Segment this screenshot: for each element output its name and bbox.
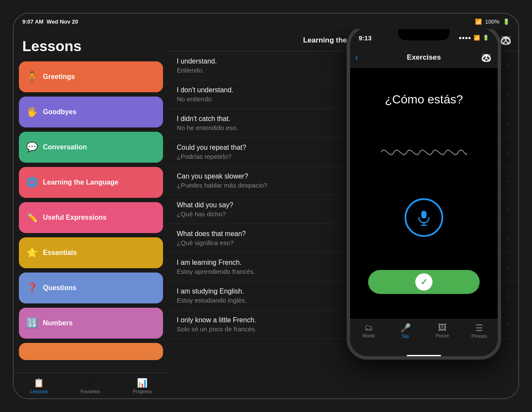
progress-tab-label: Progress	[133, 389, 152, 394]
lesson-card-more[interactable]	[19, 343, 163, 360]
lesson-card-essentials[interactable]: ⭐ Essentials	[19, 237, 163, 268]
chevron-icon-1: ›	[508, 91, 510, 98]
chevron-icon-2: ›	[508, 120, 510, 127]
iphone-tab-words[interactable]: 🗂 Words	[350, 323, 387, 338]
lesson-card-greetings[interactable]: 🧍 Greetings	[19, 61, 163, 92]
check-button[interactable]: ✓	[368, 270, 480, 294]
essentials-icon: ⭐	[26, 247, 38, 258]
battery-icon: 🔋	[503, 18, 510, 25]
iphone-overlay: 9:13 ●●●● 📶 🔋 ‹ Exercises 🐼	[347, 29, 501, 360]
conversation-label: Conversation	[43, 143, 87, 151]
lesson-card-questions[interactable]: ❓ Questions	[19, 273, 163, 303]
tab-progress[interactable]: 📊 Progress	[133, 378, 152, 394]
learning-icon: 🌐	[26, 177, 38, 188]
signal-icon: ●●●●	[459, 35, 471, 41]
iphone-main: ¿Cómo estás?	[350, 68, 498, 319]
lesson-card-conversation[interactable]: 💬 Conversation	[19, 132, 163, 163]
chevron-icon-5: ›	[508, 206, 510, 213]
picture-tab-label: Picture	[435, 333, 449, 338]
iphone-tab-say[interactable]: 🎤 Say	[387, 323, 424, 339]
phrases-tab-label: Phrases	[472, 334, 487, 339]
greetings-icon: 🧍	[26, 71, 38, 82]
lessons-tab-label: Lessons	[30, 389, 48, 394]
progress-tab-icon: 📊	[137, 378, 148, 388]
microphone-icon	[415, 209, 432, 226]
ipad-status-right: 📶 100% 🔋	[475, 18, 510, 25]
iphone-tab-bar: 🗂 Words 🎤 Say 🖼 Picture ☰	[350, 319, 498, 353]
favorites-tab-label: Favorites	[81, 389, 100, 394]
numbers-label: Numbers	[43, 319, 73, 327]
iphone-status-icons: ●●●● 📶 🔋	[459, 35, 489, 41]
ipad-status-bar: 9:07 AM Wed Nov 20 📶 100% 🔋	[14, 14, 518, 29]
lesson-card-useful[interactable]: ✏️ Useful Expressions	[19, 202, 163, 233]
goodbyes-icon: 🖐	[26, 106, 38, 118]
goodbyes-label: Goodbyes	[43, 108, 76, 116]
phrases-tab-icon: ☰	[475, 323, 483, 333]
chevron-icon-7: ›	[508, 264, 510, 270]
lesson-card-numbers[interactable]: 🔢 Numbers	[19, 308, 163, 339]
iphone-header-title: Exercises	[407, 53, 441, 62]
numbers-icon: 🔢	[26, 318, 38, 329]
useful-label: Useful Expressions	[43, 214, 107, 221]
say-tab-icon: 🎤	[400, 323, 411, 333]
tab-favorites[interactable]: ♡ Favorites	[81, 378, 100, 394]
useful-icon: ✏️	[26, 212, 38, 223]
sidebar: Lessons 🧍 Greetings 🖐 Goodbyes 💬 Convers…	[14, 29, 168, 398]
learning-label: Learning the Language	[43, 179, 118, 186]
svg-rect-0	[421, 211, 426, 218]
chevron-icon-9: ›	[508, 321, 510, 328]
right-panel: Learning the Language 🐼 I understand. En…	[168, 29, 518, 398]
favorites-tab-icon: ♡	[86, 378, 94, 388]
ipad-time: 9:07 AM Wed Nov 20	[22, 18, 78, 25]
iphone-time: 9:13	[359, 34, 372, 42]
picture-tab-icon: 🖼	[438, 323, 447, 333]
ipad-content: Lessons 🧍 Greetings 🖐 Goodbyes 💬 Convers…	[14, 29, 518, 398]
iphone-notch	[398, 29, 450, 40]
chevron-icon-3: ›	[508, 148, 510, 155]
checkmark-icon: ✓	[420, 277, 428, 287]
chevron-icon-6: ›	[508, 235, 510, 242]
ipad-frame: 9:07 AM Wed Nov 20 📶 100% 🔋 Lessons 🧍 Gr…	[13, 13, 519, 399]
sound-wave	[381, 139, 467, 165]
lesson-card-goodbyes[interactable]: 🖐 Goodbyes	[19, 97, 163, 127]
home-indicator	[407, 355, 441, 356]
sidebar-title: Lessons	[14, 29, 168, 61]
iphone-header: ‹ Exercises 🐼	[350, 47, 498, 68]
greetings-label: Greetings	[43, 73, 75, 81]
chevron-icon-8: ›	[508, 292, 510, 299]
conversation-icon: 💬	[26, 142, 38, 153]
say-tab-label: Say	[402, 334, 409, 339]
lesson-card-learning[interactable]: 🌐 Learning the Language	[19, 167, 163, 198]
words-tab-label: Words	[363, 333, 375, 338]
battery-label: 100%	[485, 18, 499, 25]
questions-icon: ❓	[26, 282, 38, 294]
lessons-tab-icon: 📋	[33, 378, 44, 388]
microphone-button[interactable]	[405, 198, 443, 237]
chevron-icon-0: ›	[508, 62, 510, 69]
iphone-panda-icon: 🐼	[481, 52, 492, 63]
wifi-icon: 📶	[475, 18, 482, 25]
questions-label: Questions	[43, 284, 76, 292]
check-icon-circle: ✓	[415, 273, 432, 291]
ipad-tab-bar: 📋 Lessons ♡ Favorites 📊 Progress	[14, 373, 168, 398]
iphone-tab-phrases[interactable]: ☰ Phrases	[461, 323, 498, 339]
battery-icon: 🔋	[483, 35, 489, 41]
back-button[interactable]: ‹	[355, 52, 358, 62]
panda-icon: 🐼	[500, 35, 511, 46]
chevron-icon-4: ›	[508, 177, 510, 184]
wifi-icon: 📶	[474, 35, 480, 41]
words-tab-icon: 🗂	[364, 323, 373, 333]
spanish-question: ¿Cómo estás?	[385, 93, 463, 106]
essentials-label: Essentials	[43, 249, 77, 257]
lessons-list: 🧍 Greetings 🖐 Goodbyes 💬 Conversation 🌐 …	[14, 61, 168, 373]
iphone-frame: 9:13 ●●●● 📶 🔋 ‹ Exercises 🐼	[347, 29, 501, 360]
tab-lessons[interactable]: 📋 Lessons	[30, 378, 48, 394]
iphone-tab-picture[interactable]: 🖼 Picture	[424, 323, 461, 338]
